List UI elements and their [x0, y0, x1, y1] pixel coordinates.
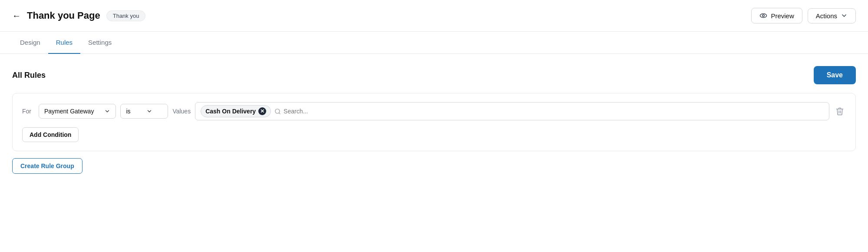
tag-remove-button[interactable]: ✕	[258, 107, 266, 115]
operator-chevron-icon	[146, 108, 152, 114]
tab-design-label: Design	[20, 39, 40, 46]
preview-button[interactable]: Preview	[751, 8, 802, 23]
operator-select[interactable]: is	[120, 104, 168, 119]
operator-value: is	[126, 108, 130, 115]
preview-eye-icon	[759, 12, 767, 20]
svg-point-1	[762, 15, 765, 17]
close-icon: ✕	[260, 108, 264, 114]
header: ← Thank you Page Thank you Preview Actio…	[0, 0, 868, 32]
preview-label: Preview	[771, 12, 794, 20]
header-left: ← Thank you Page Thank you	[12, 10, 145, 21]
page-title: Thank you Page	[27, 10, 100, 21]
actions-chevron-icon	[841, 12, 848, 19]
back-icon: ←	[12, 11, 21, 21]
values-label: Values	[172, 108, 191, 115]
actions-label: Actions	[816, 12, 837, 20]
add-condition-button[interactable]: Add Condition	[22, 127, 79, 142]
rule-row: For Payment Gateway is Values Cash	[22, 102, 846, 120]
svg-point-0	[760, 14, 767, 18]
section-title: All Rules	[12, 71, 46, 80]
values-area[interactable]: Cash On Delivery ✕	[195, 102, 829, 120]
delete-rule-button[interactable]	[834, 105, 846, 117]
tag-cash-on-delivery: Cash On Delivery ✕	[201, 105, 271, 117]
tab-design[interactable]: Design	[12, 32, 48, 54]
search-input[interactable]	[284, 108, 824, 115]
tabs-bar: Design Rules Settings	[0, 32, 868, 54]
save-button[interactable]: Save	[814, 66, 856, 84]
header-right: Preview Actions	[751, 8, 856, 23]
tab-rules[interactable]: Rules	[48, 32, 80, 54]
create-rule-group-button[interactable]: Create Rule Group	[12, 158, 83, 174]
trash-icon	[835, 107, 844, 116]
section-header: All Rules Save	[12, 66, 856, 84]
tab-settings[interactable]: Settings	[80, 32, 119, 54]
tag-label: Cash On Delivery	[205, 108, 256, 115]
condition-field-chevron-icon	[104, 108, 110, 114]
tab-rules-label: Rules	[56, 39, 73, 46]
page-badge: Thank you	[106, 10, 146, 21]
back-button[interactable]: ←	[12, 11, 21, 21]
for-label: For	[22, 108, 34, 115]
actions-button[interactable]: Actions	[808, 8, 856, 23]
condition-field-value: Payment Gateway	[44, 108, 94, 115]
condition-field-select[interactable]: Payment Gateway	[39, 104, 116, 119]
main-content: All Rules Save For Payment Gateway is	[0, 54, 868, 186]
search-icon	[274, 108, 281, 115]
search-area	[274, 108, 824, 115]
tab-settings-label: Settings	[88, 39, 112, 46]
svg-line-3	[279, 113, 281, 114]
rule-group: For Payment Gateway is Values Cash	[12, 93, 856, 151]
